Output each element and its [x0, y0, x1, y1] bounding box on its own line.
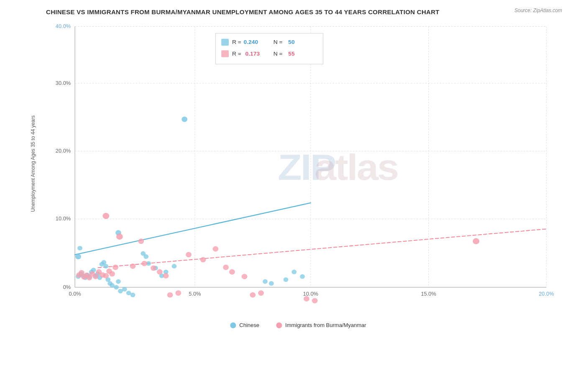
svg-text:50: 50: [288, 39, 294, 45]
svg-point-88: [112, 265, 118, 270]
svg-point-50: [103, 264, 108, 268]
svg-point-92: [141, 261, 147, 266]
svg-point-57: [122, 287, 127, 291]
legend-dot-burma: [276, 322, 282, 328]
svg-point-99: [212, 246, 218, 252]
legend-item-chinese: Chinese: [230, 322, 259, 328]
svg-text:55: 55: [288, 51, 295, 57]
svg-text:20.0%: 20.0%: [539, 291, 554, 297]
svg-point-71: [263, 279, 268, 284]
svg-rect-30: [221, 50, 229, 57]
y-axis-label: Unemployment Among Ages 35 to 44 years: [30, 115, 36, 212]
svg-text:10.0%: 10.0%: [56, 216, 71, 222]
svg-point-54: [114, 285, 119, 289]
svg-text:0%: 0%: [63, 284, 71, 290]
svg-text:R =: R =: [232, 39, 241, 45]
source-text: Source: ZipAtlas.com: [514, 8, 562, 13]
svg-point-62: [182, 117, 187, 122]
chart-svg: 0% 10.0% 20.0% 30.0% 40.0% 0.0% 5.0% 10.…: [42, 19, 563, 310]
svg-point-94: [157, 269, 163, 275]
svg-point-72: [269, 281, 274, 286]
svg-point-55: [116, 279, 121, 284]
svg-point-97: [186, 252, 192, 258]
svg-point-93: [151, 266, 156, 271]
svg-point-98: [200, 257, 206, 263]
svg-text:15.0%: 15.0%: [421, 291, 436, 297]
svg-text:atlas: atlas: [314, 147, 398, 187]
legend-item-burma: Immigrants from Burma/Myanmar: [276, 322, 366, 328]
svg-point-101: [229, 269, 235, 275]
svg-point-104: [258, 290, 264, 296]
svg-point-103: [250, 292, 256, 298]
svg-point-65: [143, 254, 148, 259]
svg-text:0.0%: 0.0%: [69, 291, 81, 297]
svg-point-102: [242, 274, 248, 279]
svg-point-91: [130, 263, 136, 269]
svg-point-61: [77, 246, 82, 250]
svg-rect-25: [221, 39, 229, 46]
svg-point-82: [93, 274, 99, 279]
svg-point-59: [130, 293, 135, 297]
svg-text:N =: N =: [274, 39, 283, 45]
svg-line-35: [75, 203, 311, 255]
svg-text:20.0%: 20.0%: [56, 148, 71, 153]
svg-text:0.240: 0.240: [244, 39, 258, 45]
svg-point-96: [138, 239, 144, 244]
legend-label-chinese: Chinese: [239, 322, 259, 328]
svg-point-75: [300, 274, 305, 279]
svg-point-105: [473, 238, 479, 245]
svg-text:R =: R =: [232, 51, 241, 57]
svg-text:10.0%: 10.0%: [303, 291, 318, 297]
legend-container: Chinese Immigrants from Burma/Myanmar: [230, 322, 366, 328]
chart-area: Unemployment Among Ages 35 to 44 years: [33, 19, 563, 333]
svg-point-109: [175, 290, 181, 296]
legend-dot-chinese: [230, 322, 236, 328]
svg-point-107: [312, 298, 318, 304]
svg-point-85: [103, 273, 109, 278]
svg-text:5.0%: 5.0%: [189, 291, 201, 297]
svg-point-100: [223, 265, 229, 270]
svg-point-95: [163, 273, 169, 278]
svg-point-108: [167, 292, 173, 298]
svg-point-89: [102, 213, 109, 219]
svg-point-87: [109, 271, 115, 276]
svg-text:0.173: 0.173: [245, 51, 260, 57]
legend-label-burma: Immigrants from Burma/Myanmar: [285, 322, 366, 328]
svg-point-73: [284, 277, 289, 282]
svg-text:N =: N =: [274, 51, 283, 57]
svg-point-106: [304, 296, 309, 301]
svg-point-74: [291, 270, 297, 274]
svg-point-70: [172, 264, 177, 268]
chart-container: CHINESE VS IMMIGRANTS FROM BURMA/MYANMAR…: [0, 0, 588, 373]
svg-text:30.0%: 30.0%: [56, 80, 71, 86]
svg-point-60: [75, 254, 81, 259]
svg-text:40.0%: 40.0%: [56, 23, 71, 29]
svg-point-90: [116, 234, 123, 240]
svg-rect-24: [215, 33, 323, 64]
chart-title: CHINESE VS IMMIGRANTS FROM BURMA/MYANMAR…: [46, 8, 563, 15]
